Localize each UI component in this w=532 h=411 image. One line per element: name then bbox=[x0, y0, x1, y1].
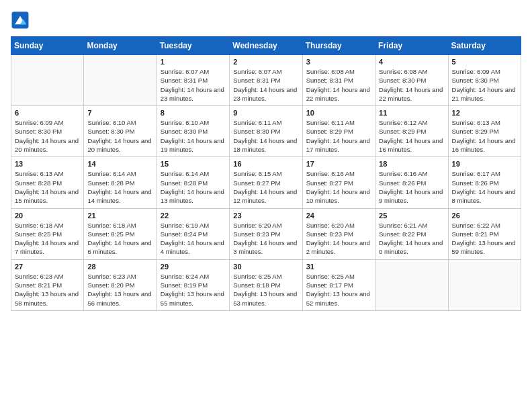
calendar-day-header: Thursday bbox=[302, 37, 375, 55]
day-info: Sunrise: 6:22 AM Sunset: 8:21 PM Dayligh… bbox=[452, 221, 517, 257]
day-number: 4 bbox=[379, 58, 444, 66]
day-info: Sunrise: 6:17 AM Sunset: 8:26 PM Dayligh… bbox=[452, 169, 517, 205]
calendar-cell: 5Sunrise: 6:09 AM Sunset: 8:30 PM Daylig… bbox=[448, 55, 521, 106]
day-number: 11 bbox=[379, 109, 444, 117]
day-number: 3 bbox=[306, 58, 371, 66]
day-info: Sunrise: 6:25 AM Sunset: 8:18 PM Dayligh… bbox=[233, 272, 298, 308]
day-number: 19 bbox=[452, 160, 517, 168]
day-number: 23 bbox=[233, 212, 298, 220]
calendar-cell: 24Sunrise: 6:20 AM Sunset: 8:23 PM Dayli… bbox=[302, 208, 375, 259]
day-number: 9 bbox=[233, 109, 298, 117]
day-info: Sunrise: 6:25 AM Sunset: 8:17 PM Dayligh… bbox=[306, 272, 371, 308]
day-info: Sunrise: 6:14 AM Sunset: 8:28 PM Dayligh… bbox=[87, 169, 152, 205]
calendar-table: SundayMondayTuesdayWednesdayThursdayFrid… bbox=[11, 36, 521, 311]
calendar-cell: 29Sunrise: 6:24 AM Sunset: 8:19 PM Dayli… bbox=[157, 259, 229, 310]
day-number: 28 bbox=[87, 263, 152, 271]
calendar-cell: 31Sunrise: 6:25 AM Sunset: 8:17 PM Dayli… bbox=[302, 259, 375, 310]
calendar-week-row: 20Sunrise: 6:18 AM Sunset: 8:25 PM Dayli… bbox=[11, 208, 521, 259]
day-info: Sunrise: 6:12 AM Sunset: 8:29 PM Dayligh… bbox=[379, 118, 444, 154]
day-info: Sunrise: 6:20 AM Sunset: 8:23 PM Dayligh… bbox=[306, 221, 371, 257]
day-number: 10 bbox=[306, 109, 371, 117]
calendar-day-header: Saturday bbox=[448, 37, 521, 55]
day-info: Sunrise: 6:18 AM Sunset: 8:25 PM Dayligh… bbox=[15, 221, 80, 257]
calendar-cell: 8Sunrise: 6:10 AM Sunset: 8:30 PM Daylig… bbox=[157, 106, 229, 157]
calendar-cell: 4Sunrise: 6:08 AM Sunset: 8:30 PM Daylig… bbox=[375, 55, 448, 106]
calendar-cell: 3Sunrise: 6:08 AM Sunset: 8:31 PM Daylig… bbox=[302, 55, 375, 106]
calendar-header-row: SundayMondayTuesdayWednesdayThursdayFrid… bbox=[11, 37, 521, 55]
calendar-cell bbox=[375, 259, 448, 310]
calendar-week-row: 6Sunrise: 6:09 AM Sunset: 8:30 PM Daylig… bbox=[11, 106, 521, 157]
day-number: 30 bbox=[233, 263, 298, 271]
day-number: 2 bbox=[233, 58, 298, 66]
calendar-cell: 15Sunrise: 6:14 AM Sunset: 8:28 PM Dayli… bbox=[157, 157, 229, 208]
calendar-cell: 12Sunrise: 6:13 AM Sunset: 8:29 PM Dayli… bbox=[448, 106, 521, 157]
calendar-cell: 23Sunrise: 6:20 AM Sunset: 8:23 PM Dayli… bbox=[230, 208, 302, 259]
calendar-cell: 6Sunrise: 6:09 AM Sunset: 8:30 PM Daylig… bbox=[11, 106, 84, 157]
day-info: Sunrise: 6:07 AM Sunset: 8:31 PM Dayligh… bbox=[233, 67, 298, 103]
day-info: Sunrise: 6:10 AM Sunset: 8:30 PM Dayligh… bbox=[161, 118, 226, 154]
day-number: 17 bbox=[306, 160, 371, 168]
calendar-cell bbox=[448, 259, 521, 310]
calendar-cell: 9Sunrise: 6:11 AM Sunset: 8:30 PM Daylig… bbox=[230, 106, 302, 157]
calendar-day-header: Friday bbox=[375, 37, 448, 55]
calendar-cell: 22Sunrise: 6:19 AM Sunset: 8:24 PM Dayli… bbox=[157, 208, 229, 259]
day-info: Sunrise: 6:14 AM Sunset: 8:28 PM Dayligh… bbox=[161, 169, 226, 205]
calendar-cell: 11Sunrise: 6:12 AM Sunset: 8:29 PM Dayli… bbox=[375, 106, 448, 157]
day-info: Sunrise: 6:07 AM Sunset: 8:31 PM Dayligh… bbox=[161, 67, 226, 103]
calendar-cell bbox=[84, 55, 157, 106]
day-info: Sunrise: 6:24 AM Sunset: 8:19 PM Dayligh… bbox=[161, 272, 226, 308]
calendar-cell: 17Sunrise: 6:16 AM Sunset: 8:27 PM Dayli… bbox=[302, 157, 375, 208]
calendar-cell: 7Sunrise: 6:10 AM Sunset: 8:30 PM Daylig… bbox=[84, 106, 157, 157]
page-header bbox=[11, 11, 521, 30]
calendar-cell: 14Sunrise: 6:14 AM Sunset: 8:28 PM Dayli… bbox=[84, 157, 157, 208]
calendar-cell: 25Sunrise: 6:21 AM Sunset: 8:22 PM Dayli… bbox=[375, 208, 448, 259]
day-info: Sunrise: 6:23 AM Sunset: 8:20 PM Dayligh… bbox=[87, 272, 152, 308]
calendar-cell: 18Sunrise: 6:16 AM Sunset: 8:26 PM Dayli… bbox=[375, 157, 448, 208]
day-info: Sunrise: 6:15 AM Sunset: 8:27 PM Dayligh… bbox=[233, 169, 298, 205]
day-number: 18 bbox=[379, 160, 444, 168]
calendar-cell: 21Sunrise: 6:18 AM Sunset: 8:25 PM Dayli… bbox=[84, 208, 157, 259]
calendar-week-row: 27Sunrise: 6:23 AM Sunset: 8:21 PM Dayli… bbox=[11, 259, 521, 310]
calendar-week-row: 13Sunrise: 6:13 AM Sunset: 8:28 PM Dayli… bbox=[11, 157, 521, 208]
calendar-cell: 16Sunrise: 6:15 AM Sunset: 8:27 PM Dayli… bbox=[230, 157, 302, 208]
calendar-day-header: Sunday bbox=[11, 37, 84, 55]
day-number: 5 bbox=[452, 58, 517, 66]
calendar-cell bbox=[11, 55, 84, 106]
calendar-cell: 20Sunrise: 6:18 AM Sunset: 8:25 PM Dayli… bbox=[11, 208, 84, 259]
day-info: Sunrise: 6:19 AM Sunset: 8:24 PM Dayligh… bbox=[161, 221, 226, 257]
day-number: 14 bbox=[87, 160, 152, 168]
day-info: Sunrise: 6:11 AM Sunset: 8:30 PM Dayligh… bbox=[233, 118, 298, 154]
day-number: 31 bbox=[306, 263, 371, 271]
calendar-cell: 27Sunrise: 6:23 AM Sunset: 8:21 PM Dayli… bbox=[11, 259, 84, 310]
day-info: Sunrise: 6:11 AM Sunset: 8:29 PM Dayligh… bbox=[306, 118, 371, 154]
day-info: Sunrise: 6:10 AM Sunset: 8:30 PM Dayligh… bbox=[87, 118, 152, 154]
day-info: Sunrise: 6:16 AM Sunset: 8:27 PM Dayligh… bbox=[306, 169, 371, 205]
day-number: 12 bbox=[452, 109, 517, 117]
day-number: 15 bbox=[161, 160, 226, 168]
day-info: Sunrise: 6:20 AM Sunset: 8:23 PM Dayligh… bbox=[233, 221, 298, 257]
calendar-day-header: Wednesday bbox=[230, 37, 302, 55]
day-info: Sunrise: 6:09 AM Sunset: 8:30 PM Dayligh… bbox=[15, 118, 80, 154]
day-number: 6 bbox=[15, 109, 80, 117]
calendar-cell: 2Sunrise: 6:07 AM Sunset: 8:31 PM Daylig… bbox=[230, 55, 302, 106]
calendar-cell: 28Sunrise: 6:23 AM Sunset: 8:20 PM Dayli… bbox=[84, 259, 157, 310]
calendar-cell: 30Sunrise: 6:25 AM Sunset: 8:18 PM Dayli… bbox=[230, 259, 302, 310]
logo bbox=[11, 11, 32, 30]
day-info: Sunrise: 6:09 AM Sunset: 8:30 PM Dayligh… bbox=[452, 67, 517, 103]
calendar-day-header: Tuesday bbox=[157, 37, 229, 55]
calendar-week-row: 1Sunrise: 6:07 AM Sunset: 8:31 PM Daylig… bbox=[11, 55, 521, 106]
logo-icon bbox=[11, 11, 30, 30]
day-info: Sunrise: 6:18 AM Sunset: 8:25 PM Dayligh… bbox=[87, 221, 152, 257]
day-number: 1 bbox=[161, 58, 226, 66]
day-info: Sunrise: 6:21 AM Sunset: 8:22 PM Dayligh… bbox=[379, 221, 444, 257]
day-number: 8 bbox=[161, 109, 226, 117]
day-number: 13 bbox=[15, 160, 80, 168]
day-number: 20 bbox=[15, 212, 80, 220]
day-info: Sunrise: 6:08 AM Sunset: 8:30 PM Dayligh… bbox=[379, 67, 444, 103]
day-number: 22 bbox=[161, 212, 226, 220]
day-number: 29 bbox=[161, 263, 226, 271]
day-info: Sunrise: 6:16 AM Sunset: 8:26 PM Dayligh… bbox=[379, 169, 444, 205]
day-number: 27 bbox=[15, 263, 80, 271]
day-number: 24 bbox=[306, 212, 371, 220]
day-number: 26 bbox=[452, 212, 517, 220]
